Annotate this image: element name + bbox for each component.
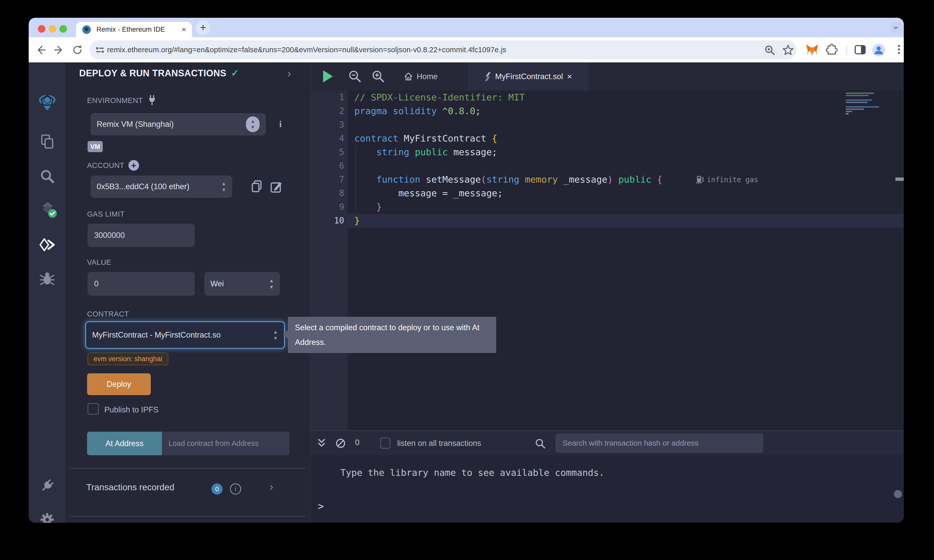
terminal-count: 0 (355, 438, 359, 447)
vm-badge: VM (88, 141, 103, 152)
zoom-icon[interactable] (764, 45, 775, 55)
plugin-manager-icon[interactable] (39, 478, 55, 494)
at-address-button[interactable]: At Address (87, 432, 162, 455)
publish-ipfs-label: Publish to IPFS (104, 405, 159, 414)
gutter: 12345678910 (310, 91, 347, 431)
remix-logo-icon[interactable] (38, 93, 57, 112)
bookmark-star-icon[interactable] (782, 44, 794, 56)
scrollbar-handle[interactable] (895, 177, 904, 181)
zoom-out-icon[interactable] (348, 69, 362, 83)
compiled-check-icon: ✓ (231, 68, 239, 78)
account-select-arrows-icon: ▲▼ (221, 181, 226, 192)
fullscreen-window-button[interactable] (59, 25, 67, 33)
clear-console-icon[interactable] (335, 437, 347, 449)
contract-tooltip: Select a compiled contract to deploy or … (288, 317, 496, 353)
file-explorer-icon[interactable] (39, 134, 55, 150)
environment-plug-icon[interactable] (147, 95, 157, 106)
tab-myfirstcontract[interactable]: MyFirstContract.sol × (468, 62, 589, 91)
home-icon (404, 72, 413, 82)
account-label: ACCOUNT + (87, 160, 139, 171)
tab-close-icon[interactable]: × (567, 72, 572, 82)
infinite-gas-note: infinite gas (696, 173, 758, 186)
account-select[interactable]: 0x5B3...eddC4 (100 ether) ▲▼ (91, 175, 232, 198)
deploy-run-panel: DEPLOY & RUN TRANSACTIONS✓ › ENVIRONMENT… (65, 62, 310, 523)
environment-info-icon[interactable]: i (279, 119, 282, 129)
evm-version-badge: evm version: shanghai (88, 352, 168, 365)
url-bar[interactable]: remix.ethereum.org/#lang=en&optimize=fal… (89, 40, 797, 59)
terminal-prompt: > (318, 500, 324, 512)
panel-divider (70, 468, 306, 468)
gas-pump-icon (696, 175, 704, 184)
tab-home[interactable]: Home (397, 62, 444, 91)
publish-ipfs-checkbox[interactable] (88, 403, 99, 415)
profile-avatar[interactable] (872, 43, 886, 57)
menu-dots-icon[interactable] (892, 43, 904, 56)
transactions-count-badge: 0 (211, 483, 223, 495)
terminal-content[interactable]: Type the library name to see available c… (310, 455, 904, 523)
zoom-in-icon[interactable] (371, 69, 385, 83)
deploy-and-run-icon[interactable] (39, 237, 55, 252)
contract-label: CONTRACT (87, 309, 129, 319)
debugger-icon[interactable] (39, 270, 55, 286)
transactions-expand-chevron-icon[interactable]: › (270, 480, 273, 493)
tab-search-chevron-icon[interactable]: › (891, 22, 902, 33)
contract-select[interactable]: MyFirstContract - MyFirstContract.so ▲▼ (85, 322, 285, 349)
contract-select-arrows-icon: ▲▼ (273, 329, 278, 341)
url-text: remix.ethereum.org/#lang=en&optimize=fal… (107, 46, 506, 54)
settings-gear-icon[interactable] (39, 512, 55, 523)
close-window-button[interactable] (38, 25, 45, 33)
solidity-file-icon (484, 72, 491, 82)
copy-account-icon[interactable] (250, 180, 264, 194)
collapse-terminal-icon[interactable] (316, 438, 327, 449)
terminal-toolbar: 0 listen on all transactions (310, 431, 904, 455)
metamask-icon[interactable] (805, 43, 819, 57)
extensions-icon[interactable] (825, 43, 838, 56)
browser-tab-bar: Remix - Ethereum IDE × + › (29, 18, 904, 37)
panel-title: DEPLOY & RUN TRANSACTIONS✓ (79, 68, 239, 78)
editor-tab-bar: Home MyFirstContract.sol × (310, 62, 904, 91)
at-address-input[interactable] (162, 432, 290, 455)
scroll-to-bottom-button[interactable] (894, 490, 902, 498)
panel-divider-bottom (70, 516, 306, 517)
code-lines: // SPDX-License-Identifier: MITpragma so… (354, 91, 663, 228)
environment-label: ENVIRONMENT (87, 95, 157, 106)
transactions-info-icon[interactable]: i (230, 483, 241, 495)
gas-limit-input[interactable] (88, 224, 195, 247)
browser-toolbar: remix.ethereum.org/#lang=en&optimize=fal… (29, 37, 904, 62)
panel-expand-chevron-icon[interactable]: › (287, 67, 291, 80)
tab-title: Remix - Ethereum IDE (96, 26, 165, 34)
terminal-message: Type the library name to see available c… (341, 468, 604, 478)
listen-transactions-label: listen on all transactions (397, 439, 481, 448)
listen-transactions-checkbox[interactable] (380, 437, 390, 449)
forward-icon[interactable] (53, 44, 65, 56)
transactions-recorded-label: Transactions recorded (86, 482, 174, 492)
side-panel-icon[interactable] (854, 43, 867, 56)
deploy-button[interactable]: Deploy (87, 373, 151, 395)
add-account-icon[interactable]: + (128, 160, 139, 171)
value-input[interactable] (88, 272, 195, 296)
edit-account-icon[interactable] (270, 180, 283, 194)
environment-select[interactable]: Remix VM (Shanghai) ▲▼ (91, 113, 266, 135)
new-tab-button[interactable]: + (196, 20, 210, 35)
tab-close-icon[interactable]: × (182, 25, 186, 34)
solidity-compiler-icon[interactable] (39, 200, 58, 218)
toolbar-separator (846, 45, 847, 55)
terminal-search-input[interactable] (556, 434, 763, 453)
value-label: VALUE (87, 257, 111, 267)
remix-favicon-icon (82, 25, 91, 34)
value-unit-select[interactable]: Wei ▲▼ (204, 272, 280, 296)
screenshot-root: Remix - Ethereum IDE × + › remix.ethereu… (0, 0, 934, 560)
run-script-icon[interactable] (323, 70, 333, 82)
minimap[interactable] (846, 92, 881, 115)
browser-window: Remix - Ethereum IDE × + › remix.ethereu… (29, 18, 904, 523)
back-icon[interactable] (35, 44, 46, 56)
reload-icon[interactable] (72, 44, 83, 56)
minimize-window-button[interactable] (49, 25, 56, 33)
code-editor[interactable]: 12345678910 // SPDX-License-Identifier: … (310, 91, 904, 431)
search-icon[interactable] (39, 168, 55, 184)
site-settings-icon[interactable] (95, 45, 105, 55)
editor-column: Home MyFirstContract.sol × 12345678910 /… (310, 62, 904, 523)
browser-tab[interactable]: Remix - Ethereum IDE × (76, 22, 192, 37)
environment-select-spinner-icon[interactable]: ▲▼ (246, 116, 260, 132)
terminal-search-icon (535, 438, 546, 449)
